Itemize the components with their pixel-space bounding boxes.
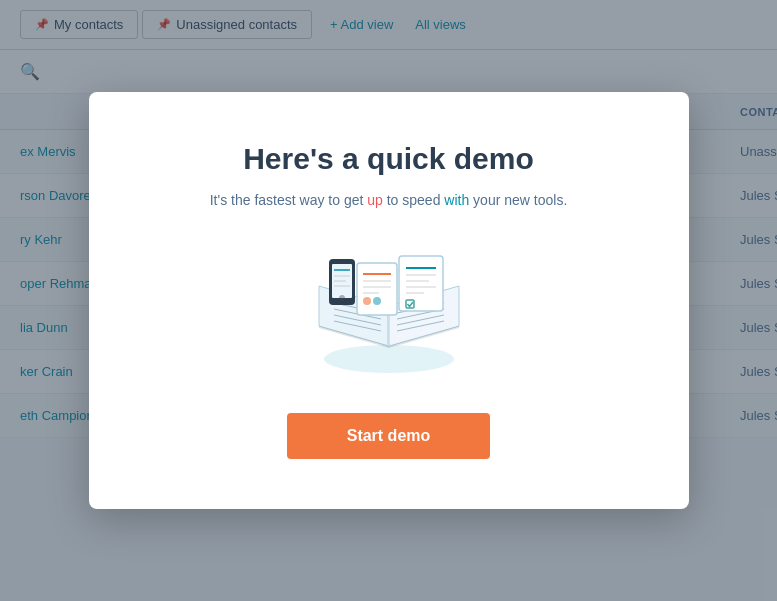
svg-rect-13 bbox=[357, 263, 397, 315]
highlight-up: up bbox=[367, 192, 383, 208]
start-demo-button[interactable]: Start demo bbox=[287, 413, 491, 459]
svg-point-18 bbox=[363, 297, 371, 305]
svg-point-19 bbox=[373, 297, 381, 305]
svg-point-0 bbox=[324, 345, 454, 373]
demo-modal: Here's a quick demo It's the fastest way… bbox=[89, 92, 689, 509]
demo-illustration bbox=[299, 241, 479, 381]
highlight-with: with bbox=[444, 192, 469, 208]
svg-point-33 bbox=[339, 295, 345, 301]
modal-overlay: Here's a quick demo It's the fastest way… bbox=[0, 0, 777, 601]
modal-subtitle: It's the fastest way to get up to speed … bbox=[210, 190, 568, 211]
modal-title: Here's a quick demo bbox=[243, 142, 534, 176]
